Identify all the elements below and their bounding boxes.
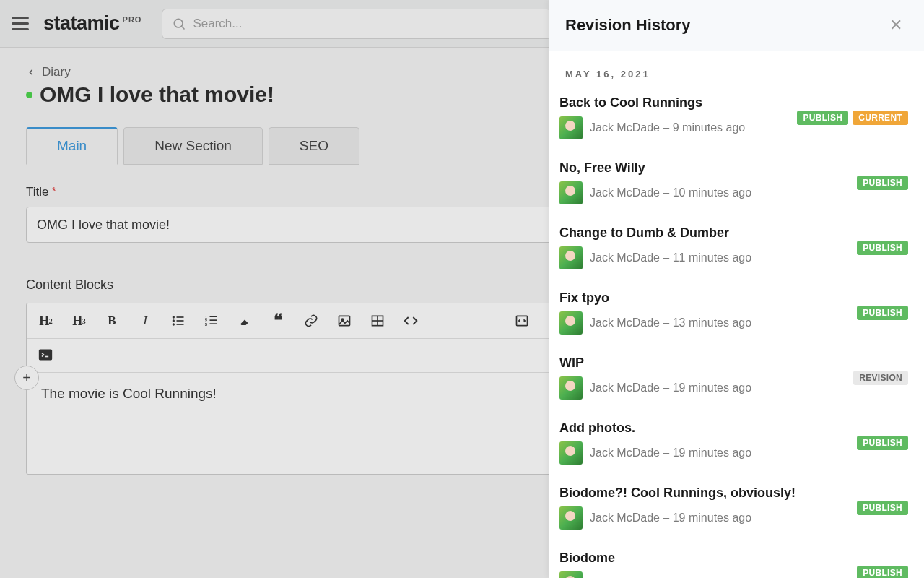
tab-seo[interactable]: SEO <box>269 127 359 165</box>
logo-pro-badge: PRO <box>123 15 142 24</box>
revision-badges: PUBLISH <box>857 241 908 255</box>
revision-badges: PUBLISH <box>857 566 908 579</box>
revision-meta: Jack McDade – 19 minutes ago <box>590 381 751 394</box>
revision-list: MAY 16, 2021 Back to Cool RunningsJack M… <box>549 51 924 578</box>
heading3-button[interactable]: H3 <box>69 311 89 331</box>
revision-title: No, Free Willy <box>559 160 848 176</box>
revision-meta: Jack McDade – 10 minutes ago <box>590 186 751 199</box>
badge-publish: PUBLISH <box>857 241 908 255</box>
ordered-list-button[interactable]: 123 <box>201 311 222 331</box>
revision-badges: PUBLISH <box>857 306 908 320</box>
avatar <box>559 571 583 578</box>
svg-rect-3 <box>177 316 184 318</box>
svg-rect-11 <box>210 319 217 321</box>
table-button[interactable] <box>367 311 388 331</box>
bold-button[interactable]: B <box>102 311 122 331</box>
badge-publish: PUBLISH <box>797 111 848 125</box>
svg-rect-13 <box>210 323 217 324</box>
eraser-button[interactable] <box>235 311 255 331</box>
heading2-button[interactable]: H2 <box>35 311 56 331</box>
revision-item[interactable]: Back to Cool RunningsJack McDade – 9 min… <box>549 85 924 150</box>
content-editor: H2 H3 B I 123 ❝ + The movie is Cool R <box>26 303 575 475</box>
logo-text: statamic <box>43 12 120 35</box>
menu-toggle-button[interactable] <box>12 17 29 30</box>
revision-badges: PUBLISH <box>857 501 908 515</box>
breadcrumb-label: Diary <box>42 65 71 79</box>
avatar <box>559 376 583 400</box>
svg-point-4 <box>173 319 175 322</box>
italic-button[interactable]: I <box>135 311 155 331</box>
bullet-list-button[interactable] <box>168 311 188 331</box>
avatar <box>559 311 583 335</box>
search-icon <box>172 17 186 31</box>
revision-meta: Jack McDade – 11 minutes ago <box>590 251 751 264</box>
tab-main[interactable]: Main <box>26 127 118 165</box>
code-button[interactable] <box>401 311 421 331</box>
quote-button[interactable]: ❝ <box>268 311 288 331</box>
revision-title: Back to Cool Runnings <box>559 95 788 111</box>
revision-item[interactable]: Add photos.Jack McDade – 19 minutes agoP… <box>549 410 924 475</box>
status-indicator <box>26 92 32 98</box>
revision-meta: Jack McDade – 9 minutes ago <box>590 121 745 134</box>
revision-badges: REVISION <box>853 371 908 385</box>
badge-current: CURRENT <box>853 111 908 125</box>
revision-panel-title: Revision History <box>565 16 691 35</box>
svg-rect-9 <box>210 316 217 317</box>
editor-toolbar: H2 H3 B I 123 ❝ <box>27 303 574 339</box>
badge-publish: PUBLISH <box>857 176 908 190</box>
avatar <box>559 181 583 204</box>
badge-publish: PUBLISH <box>857 306 908 320</box>
close-button[interactable]: ✕ <box>884 13 908 38</box>
app-logo: statamic PRO <box>43 12 141 35</box>
svg-point-6 <box>173 323 175 325</box>
badge-publish: PUBLISH <box>857 501 908 515</box>
revision-item[interactable]: No, Free WillyJack McDade – 10 minutes a… <box>549 150 924 215</box>
required-indicator: * <box>52 185 57 199</box>
revision-title: Biodome?! Cool Runnings, obviously! <box>559 486 848 501</box>
revision-panel-header: Revision History ✕ <box>549 0 924 51</box>
avatar <box>559 116 583 139</box>
badge-publish: PUBLISH <box>857 436 908 450</box>
badge-publish: PUBLISH <box>857 566 908 579</box>
revision-title: WIP <box>559 355 845 371</box>
avatar <box>559 441 583 465</box>
revision-badges: PUBLISHCURRENT <box>797 111 908 125</box>
revision-item[interactable]: Biodome?! Cool Runnings, obviously!Jack … <box>549 475 924 540</box>
terminal-button[interactable] <box>35 345 56 365</box>
revision-item[interactable]: BiodomeJack McDade – 20 minutes agoPUBLI… <box>549 540 924 578</box>
image-button[interactable] <box>334 311 354 331</box>
revision-badges: PUBLISH <box>857 176 908 190</box>
revision-item[interactable]: WIPJack McDade – 19 minutes agoREVISION <box>549 345 924 410</box>
svg-rect-7 <box>177 324 184 325</box>
revision-badges: PUBLISH <box>857 436 908 450</box>
avatar <box>559 506 583 530</box>
svg-point-2 <box>173 316 175 318</box>
revision-date-heading: MAY 16, 2021 <box>549 51 924 85</box>
editor-content[interactable]: The movie is Cool Runnings! <box>27 373 574 474</box>
svg-text:3: 3 <box>205 322 208 327</box>
revision-meta: Jack McDade – 13 minutes ago <box>590 316 751 329</box>
revision-history-panel: Revision History ✕ MAY 16, 2021 Back to … <box>549 0 924 578</box>
svg-point-0 <box>175 19 183 27</box>
avatar <box>559 246 583 269</box>
revision-item[interactable]: Change to Dumb & DumberJack McDade – 11 … <box>549 215 924 280</box>
revision-item[interactable]: Fix tpyoJack McDade – 13 minutes agoPUBL… <box>549 280 924 345</box>
chevron-left-icon <box>26 67 36 77</box>
revision-title: Biodome <box>559 551 848 566</box>
title-input[interactable] <box>26 207 575 243</box>
svg-line-1 <box>182 26 185 29</box>
tab-new-section[interactable]: New Section <box>123 127 263 165</box>
revision-title: Add photos. <box>559 420 848 436</box>
search-input[interactable] <box>162 9 552 39</box>
add-block-button[interactable]: + <box>14 366 39 390</box>
revision-meta: Jack McDade – 19 minutes ago <box>590 512 751 525</box>
svg-rect-21 <box>40 350 52 359</box>
revision-title: Change to Dumb & Dumber <box>559 225 848 241</box>
badge-revision: REVISION <box>853 371 908 385</box>
svg-rect-5 <box>177 320 184 322</box>
revision-title: Fix tpyo <box>559 290 848 306</box>
editor-toolbar-row2 <box>27 339 574 373</box>
page-title: OMG I love that movie! <box>40 82 274 107</box>
link-button[interactable] <box>301 311 321 331</box>
source-button[interactable] <box>512 311 532 331</box>
